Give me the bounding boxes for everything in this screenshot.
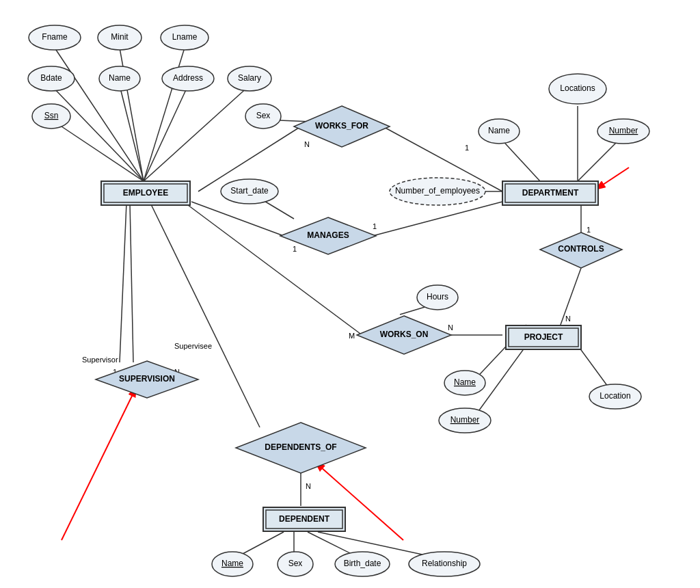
attr-num-employees-label: Number_of_employees: [395, 186, 480, 196]
rel-manages-label: MANAGES: [307, 230, 349, 240]
attr-fname-label: Fname: [42, 32, 68, 42]
attr-name-dep-label: Name: [221, 559, 243, 568]
multiplicity-works-on-n: N: [448, 323, 453, 332]
svg-line-29: [150, 203, 260, 427]
multiplicity-manages-1r: 1: [373, 222, 377, 230]
multiplicity-controls-1: 1: [587, 226, 591, 234]
svg-line-16: [191, 202, 284, 236]
svg-line-37: [595, 168, 629, 190]
multiplicity-works-on-m: M: [349, 332, 355, 340]
attr-start-date-label: Start_date: [230, 186, 269, 196]
attr-address-label: Address: [173, 73, 203, 83]
attr-birth-date-label: Birth_date: [344, 559, 381, 568]
attr-relationship-label: Relationship: [422, 559, 467, 568]
svg-line-35: [62, 386, 137, 540]
attr-locations-label: Locations: [560, 83, 595, 93]
entity-department-label: DEPARTMENT: [522, 188, 579, 198]
svg-line-8: [51, 120, 144, 181]
multiplicity-works-for-n: N: [304, 140, 310, 148]
entity-employee-label: EMPLOYEE: [123, 188, 169, 198]
attr-name-dept-label: Name: [488, 126, 510, 135]
svg-line-5: [120, 85, 144, 181]
rel-controls-label: CONTROLS: [558, 244, 604, 254]
attr-ssn-label: Ssn: [44, 111, 59, 120]
multiplicity-works-for-1: 1: [465, 144, 469, 152]
multiplicity-controls-n: N: [565, 315, 571, 323]
er-diagram: N 1 1 1 M N 1 N Supervisor Supervisee N …: [0, 0, 700, 588]
svg-line-7: [144, 85, 250, 181]
attr-hours-label: Hours: [427, 292, 448, 302]
rel-dependents-of-label: DEPENDENTS_OF: [265, 442, 336, 452]
attr-name-emp-label: Name: [109, 73, 131, 83]
attr-bdate-label: Bdate: [40, 73, 62, 83]
attr-salary-label: Salary: [238, 73, 261, 83]
entity-project-label: PROJECT: [524, 332, 563, 342]
attr-location-proj-label: Location: [600, 391, 630, 401]
label-supervisee: Supervisee: [174, 342, 212, 350]
multiplicity-manages-1l: 1: [293, 245, 297, 253]
entity-dependent-label: DEPENDENT: [279, 514, 330, 524]
svg-line-28: [120, 203, 126, 362]
attr-number-dept-label: Number: [609, 126, 638, 135]
svg-line-26: [561, 268, 581, 325]
rel-works-for-label: WORKS_FOR: [315, 121, 368, 131]
attr-lname-label: Lname: [172, 32, 198, 42]
attr-name-proj-label: Name: [454, 377, 476, 387]
rel-works-on-label: WORKS_ON: [380, 330, 429, 339]
label-supervisor: Supervisor: [82, 356, 118, 364]
svg-line-18: [373, 202, 502, 236]
svg-line-27: [130, 203, 133, 362]
attr-number-proj-label: Number: [450, 415, 480, 425]
attr-sex-dep-label: Sex: [288, 559, 303, 568]
svg-line-4: [51, 85, 144, 181]
svg-line-6: [144, 85, 188, 181]
rel-supervision-label: SUPERVISION: [119, 374, 175, 384]
attr-minit-label: Minit: [111, 32, 129, 42]
multiplicity-dependents-n: N: [306, 482, 311, 490]
attr-sex-label: Sex: [256, 111, 271, 120]
